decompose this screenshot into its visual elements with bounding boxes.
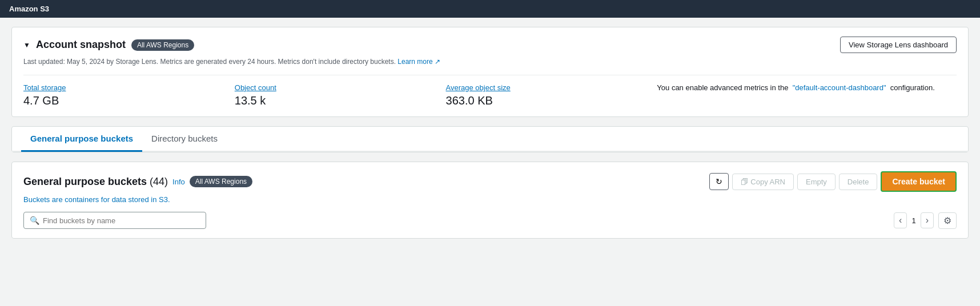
tab-general-purpose-buckets[interactable]: General purpose buckets: [21, 127, 142, 152]
avg-object-size-metric: Average object size 363.0 KB: [446, 83, 657, 107]
search-input[interactable]: [43, 216, 200, 225]
actions-row: ↻ 🗍Copy ARN Empty Delete Create bucket: [709, 171, 957, 192]
tab-directory-buckets[interactable]: Directory buckets: [142, 127, 227, 152]
object-count-label[interactable]: Object count: [235, 83, 435, 92]
metrics-row: Total storage 4.7 GB Object count 13.5 k…: [23, 75, 957, 107]
advanced-metrics-suffix: configuration.: [890, 83, 935, 92]
delete-button[interactable]: Delete: [839, 174, 878, 190]
avg-object-size-label[interactable]: Average object size: [446, 83, 646, 92]
total-storage-value: 4.7 GB: [23, 94, 223, 107]
prev-page-button[interactable]: ‹: [894, 212, 907, 228]
gear-icon: ⚙: [943, 216, 951, 226]
search-filter-row: 🔍 ‹ 1 › ⚙: [23, 212, 957, 229]
advanced-metrics-prefix: You can enable advanced metrics in the: [657, 83, 788, 92]
snapshot-card: ▼ Account snapshot All AWS Regions View …: [11, 27, 969, 117]
snapshot-subtitle: Last updated: May 5, 2024 by Storage Len…: [23, 58, 957, 66]
avg-object-size-value: 363.0 KB: [446, 94, 646, 107]
empty-button[interactable]: Empty: [797, 174, 836, 190]
snapshot-title-row: ▼ Account snapshot All AWS Regions: [23, 39, 194, 51]
next-page-button[interactable]: ›: [921, 212, 934, 228]
collapse-icon[interactable]: ▼: [23, 41, 30, 49]
search-icon: 🔍: [30, 216, 39, 225]
buckets-title: General purpose buckets (44): [23, 176, 168, 188]
buckets-count: (44): [150, 176, 168, 187]
dashboard-link[interactable]: "default-account-dashboard": [793, 83, 886, 92]
buckets-subtitle: Buckets are containers for data stored i…: [23, 195, 957, 204]
total-storage-label[interactable]: Total storage: [23, 83, 223, 92]
view-lens-button[interactable]: View Storage Lens dashboard: [840, 37, 957, 53]
app-title: Amazon S3: [9, 5, 49, 13]
total-storage-metric: Total storage 4.7 GB: [23, 83, 235, 107]
create-bucket-button[interactable]: Create bucket: [881, 171, 957, 192]
buckets-title-row: General purpose buckets (44) Info All AW…: [23, 176, 252, 188]
copy-arn-button[interactable]: 🗍Copy ARN: [732, 174, 794, 190]
snapshot-header: ▼ Account snapshot All AWS Regions View …: [23, 37, 957, 53]
refresh-icon: ↻: [716, 177, 722, 186]
pagination-row: ‹ 1 › ⚙: [894, 212, 957, 229]
page-number: 1: [911, 216, 915, 225]
main-content: ▼ Account snapshot All AWS Regions View …: [0, 18, 980, 248]
top-bar: Amazon S3: [0, 0, 980, 18]
search-box: 🔍: [23, 212, 206, 229]
snapshot-region-badge: All AWS Regions: [131, 39, 194, 51]
settings-button[interactable]: ⚙: [938, 212, 957, 229]
object-count-value: 13.5 k: [235, 94, 435, 107]
buckets-region-badge: All AWS Regions: [190, 176, 252, 187]
buckets-header: General purpose buckets (44) Info All AW…: [23, 171, 957, 192]
learn-more-link[interactable]: Learn more ↗: [397, 58, 440, 66]
copy-icon: 🗍: [741, 178, 748, 186]
advanced-metrics: You can enable advanced metrics in the "…: [657, 83, 957, 107]
snapshot-title: Account snapshot: [36, 39, 126, 51]
info-link[interactable]: Info: [172, 178, 185, 186]
tabs-section: General purpose buckets Directory bucket…: [11, 126, 969, 152]
tabs-row: General purpose buckets Directory bucket…: [12, 127, 968, 152]
refresh-button[interactable]: ↻: [709, 173, 729, 190]
external-link-icon: ↗: [435, 58, 440, 66]
object-count-metric: Object count 13.5 k: [235, 83, 446, 107]
buckets-section: General purpose buckets (44) Info All AW…: [11, 162, 969, 239]
